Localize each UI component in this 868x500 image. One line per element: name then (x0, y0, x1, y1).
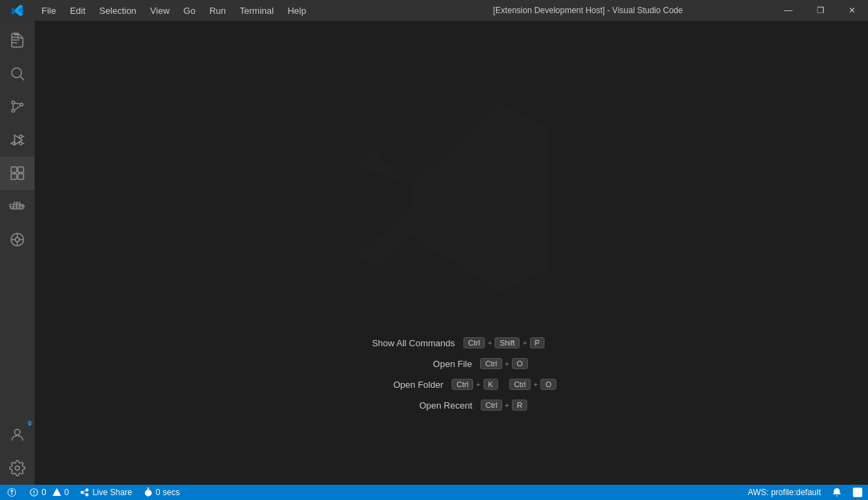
title-bar: File Edit Selection View Go Run Terminal… (0, 0, 868, 21)
status-live-share[interactable]: Live Share (74, 485, 137, 500)
menu-terminal[interactable]: Terminal (233, 0, 281, 21)
kbd-o2: O (540, 379, 556, 390)
window-title: [Extension Development Host] - Visual St… (404, 6, 773, 15)
menu-go[interactable]: Go (177, 0, 202, 21)
menu-run[interactable]: Run (202, 0, 233, 21)
svg-point-32 (86, 489, 89, 492)
activity-explorer[interactable] (0, 24, 35, 57)
kbd-ctrl-5: Ctrl (481, 400, 502, 411)
action-show-commands: Show All Commands Ctrl + Shift + P (358, 337, 544, 348)
status-errors[interactable]: 0 0 (24, 485, 74, 500)
svg-rect-3 (12, 42, 17, 44)
action-open-recent: Open Recent Ctrl + R (375, 400, 528, 411)
action-show-commands-label: Show All Commands (358, 338, 455, 348)
kbd-shift: Shift (495, 337, 520, 348)
status-bar-left: 0 0 Live Share (0, 485, 185, 500)
main-layout: 1 S (0, 21, 868, 485)
action-open-folder: Open Folder Ctrl + K Ctrl + O (346, 379, 556, 390)
svg-rect-42 (853, 488, 862, 497)
activity-account[interactable]: 1 (0, 418, 35, 452)
activity-source-control[interactable] (0, 90, 35, 123)
svg-rect-16 (18, 167, 24, 172)
svg-point-10 (19, 135, 22, 138)
kbd-ctrl: Ctrl (463, 337, 485, 348)
menu-help[interactable]: Help (281, 0, 313, 21)
svg-point-34 (86, 494, 89, 497)
error-count: 0 (42, 488, 46, 497)
status-bar-right: AWS: profile:default (742, 485, 868, 500)
svg-line-35 (84, 490, 87, 492)
svg-point-25 (15, 429, 20, 435)
status-layout[interactable] (847, 485, 868, 500)
svg-point-11 (19, 142, 22, 145)
svg-point-26 (15, 466, 19, 470)
kbd-ctrl-3: Ctrl (452, 379, 473, 390)
editor-content: Show All Commands Ctrl + Shift + P Open … (35, 21, 868, 485)
svg-point-6 (12, 101, 15, 104)
close-button[interactable]: ✕ (836, 0, 868, 21)
menu-selection[interactable]: Selection (92, 0, 143, 21)
action-open-recent-keys: Ctrl + R (481, 400, 528, 411)
svg-point-31 (56, 494, 57, 494)
kbd-o: O (512, 358, 528, 369)
svg-rect-2 (12, 39, 19, 41)
minimize-button[interactable]: — (772, 0, 804, 21)
status-bar: 0 0 Live Share (0, 485, 868, 500)
svg-point-29 (33, 494, 34, 494)
timer-value: 0 secs (156, 488, 180, 497)
kbd-k: K (484, 379, 498, 390)
menu-bar: File Edit Selection View Go Run Terminal… (35, 0, 404, 21)
status-timer[interactable]: 0 secs (138, 485, 186, 500)
svg-point-7 (12, 109, 15, 112)
window-controls: — ❐ ✕ (772, 0, 868, 21)
kbd-r: R (512, 400, 527, 411)
svg-rect-18 (11, 174, 17, 179)
svg-point-9 (12, 142, 15, 145)
action-open-file-label: Open File (375, 359, 472, 369)
quick-actions: Show All Commands Ctrl + Shift + P Open … (346, 337, 556, 411)
activity-search[interactable] (0, 57, 35, 90)
svg-rect-0 (14, 34, 18, 35)
svg-point-20 (15, 238, 19, 242)
kbd-ctrl-4: Ctrl (509, 379, 531, 390)
activity-bar: 1 (0, 21, 35, 485)
action-show-commands-keys: Ctrl + Shift + P (463, 337, 544, 348)
vscode-watermark (348, 95, 556, 303)
menu-edit[interactable]: Edit (63, 0, 92, 21)
aws-profile-label: AWS: profile:default (747, 488, 821, 497)
kbd-p: P (530, 337, 544, 348)
svg-line-36 (84, 493, 87, 494)
vscode-logo-icon (0, 4, 35, 17)
svg-point-4 (12, 68, 21, 78)
activity-docker[interactable] (0, 190, 35, 223)
svg-point-8 (20, 103, 23, 106)
svg-rect-15 (11, 167, 17, 172)
menu-view[interactable]: View (143, 0, 177, 21)
svg-line-5 (21, 77, 25, 81)
action-open-folder-label: Open Folder (346, 380, 443, 390)
activity-extensions[interactable] (0, 157, 35, 190)
account-badge: 1 (27, 420, 33, 426)
status-aws-profile[interactable]: AWS: profile:default (742, 485, 826, 500)
live-share-label: Live Share (92, 488, 132, 497)
warning-count: 0 (64, 488, 69, 497)
action-open-recent-label: Open Recent (375, 400, 472, 411)
kbd-ctrl-2: Ctrl (480, 358, 502, 369)
svg-point-33 (81, 491, 84, 494)
status-remote[interactable] (0, 485, 24, 500)
menu-file[interactable]: File (35, 0, 63, 21)
action-open-file: Open File Ctrl + O (375, 358, 527, 369)
activity-run-debug[interactable] (0, 123, 35, 157)
maximize-button[interactable]: ❐ (804, 0, 836, 21)
activity-remote-explorer[interactable] (0, 223, 35, 256)
svg-rect-17 (18, 174, 24, 179)
activity-settings[interactable] (0, 452, 35, 485)
action-open-folder-keys: Ctrl + K Ctrl + O (452, 379, 556, 390)
status-notifications[interactable] (826, 485, 847, 500)
svg-rect-1 (12, 37, 18, 38)
action-open-file-keys: Ctrl + O (480, 358, 527, 369)
